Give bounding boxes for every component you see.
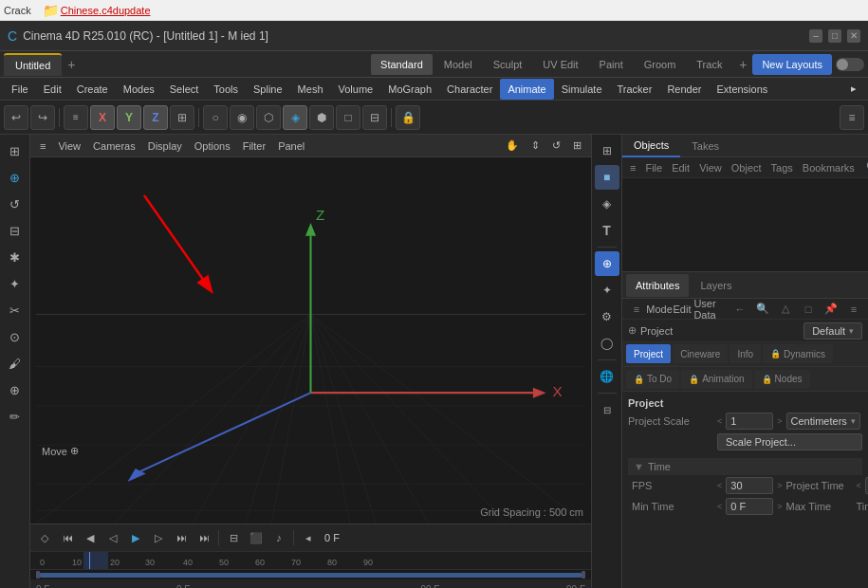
left-tool-11[interactable]: ✏ <box>3 404 28 429</box>
layout-tab-sculpt[interactable]: Sculpt <box>484 54 532 75</box>
left-tool-select[interactable]: ⊞ <box>3 138 28 163</box>
obj-bookmarks[interactable]: Bookmarks <box>799 158 859 177</box>
viewport-menu-cameras[interactable]: Cameras <box>87 136 141 156</box>
menu-edit[interactable]: Edit <box>36 79 69 100</box>
tl-record[interactable]: ⬛ <box>246 527 267 548</box>
fps-arrow-left[interactable]: < <box>717 481 722 490</box>
coord-z-button[interactable]: Z <box>143 105 168 130</box>
rt-btn-10[interactable]: ⊟ <box>595 397 619 422</box>
obj-edit[interactable]: Edit <box>668 158 693 177</box>
viewport-menu-panel[interactable]: Panel <box>272 136 310 156</box>
sub-tab-dynamics[interactable]: 🔒 Dynamics <box>763 344 833 363</box>
left-tool-move[interactable]: ⊕ <box>3 165 28 190</box>
left-tool-paint[interactable]: 🖌 <box>3 351 28 376</box>
tl-audio[interactable]: ♪ <box>268 527 289 548</box>
tab-untitled[interactable]: Untitled <box>4 53 62 76</box>
layout-tab-uvedit[interactable]: UV Edit <box>533 54 587 75</box>
menu-volume[interactable]: Volume <box>331 79 381 100</box>
tool-end[interactable]: ≡ <box>840 105 864 130</box>
menu-more[interactable]: ▸ <box>843 79 864 100</box>
layout-add-button[interactable]: + <box>733 55 752 74</box>
sub-tab-cineware[interactable]: Cineware <box>673 344 728 363</box>
objects-list[interactable] <box>622 178 868 271</box>
viewport-nav-rotate[interactable]: ↺ <box>546 136 566 156</box>
axis-icon[interactable]: ⊞ <box>170 105 194 130</box>
min-time-input[interactable]: 0 F <box>726 498 773 515</box>
redo-button[interactable]: ↪ <box>30 105 55 130</box>
attr-search-icon[interactable]: 🔍 <box>752 300 773 319</box>
close-button[interactable]: ✕ <box>847 29 860 43</box>
sub-tab-todo[interactable]: 🔒 To Do <box>626 370 679 389</box>
new-layouts-button[interactable]: New Layouts <box>752 54 832 75</box>
viewport-menu-filter[interactable]: Filter <box>237 136 271 156</box>
layouts-toggle[interactable] <box>836 58 864 71</box>
tl-left-arrow[interactable]: ◂ <box>298 527 319 548</box>
sub-tab-animation[interactable]: 🔒 Animation <box>681 370 751 389</box>
obj-hamburger[interactable]: ≡ <box>626 158 639 177</box>
attr-back-icon[interactable]: ← <box>729 300 750 319</box>
fps-arrow-right[interactable]: > <box>777 481 782 490</box>
tl-next-key[interactable]: ⏭ <box>171 527 192 548</box>
obj-tags[interactable]: Tags <box>767 158 797 177</box>
undo-button[interactable]: ↩ <box>4 105 28 130</box>
obj-search-icon[interactable]: 🔍 <box>862 158 868 177</box>
menu-create[interactable]: Create <box>69 79 116 100</box>
project-scale-unit[interactable]: Centimeters ▾ <box>786 413 860 430</box>
tab-add-button[interactable]: + <box>62 55 81 74</box>
left-tool-7[interactable]: ✂ <box>3 298 28 322</box>
tl-last-frame[interactable]: ⏭ <box>194 527 214 548</box>
left-tool-8[interactable]: ⊙ <box>3 324 28 349</box>
attr-mode[interactable]: Mode <box>649 300 670 319</box>
rt-btn-2[interactable]: ■ <box>595 165 619 190</box>
layout-tab-standard[interactable]: Standard <box>371 54 433 75</box>
menu-simulate[interactable]: Simulate <box>554 79 610 100</box>
menu-character[interactable]: Character <box>439 79 500 100</box>
tool-2[interactable]: ◉ <box>230 105 254 130</box>
minimize-button[interactable]: – <box>809 29 822 43</box>
menu-mesh[interactable]: Mesh <box>290 79 331 100</box>
rt-btn-9[interactable]: 🌐 <box>595 364 619 389</box>
viewport-menu-view[interactable]: View <box>52 136 86 156</box>
toolbar-menu-icon[interactable]: ≡ <box>64 105 88 130</box>
default-dropdown[interactable]: Default ▾ <box>803 322 862 340</box>
tl-range[interactable]: ⊟ <box>223 527 244 548</box>
attr-sort-icon[interactable]: △ <box>775 300 796 319</box>
timeline-range-bar[interactable] <box>30 570 591 579</box>
attr-pin-icon[interactable]: 📌 <box>821 300 841 319</box>
range-right-handle[interactable] <box>582 571 585 579</box>
layout-tab-model[interactable]: Model <box>434 54 482 75</box>
viewport-menu-options[interactable]: Options <box>189 136 236 156</box>
tool-4[interactable]: ◈ <box>283 105 307 130</box>
min-arrow-l[interactable]: < <box>717 502 722 511</box>
sub-tab-nodes[interactable]: 🔒 Nodes <box>754 370 810 389</box>
keyframe-button[interactable]: ◇ <box>34 527 55 548</box>
attr-hamburger[interactable]: ≡ <box>626 300 647 319</box>
menu-spline[interactable]: Spline <box>246 79 290 100</box>
tl-play[interactable]: ▶ <box>125 527 146 548</box>
sub-tab-project[interactable]: Project <box>626 344 671 363</box>
menu-modes[interactable]: Modes <box>116 79 162 100</box>
attr-edit[interactable]: Edit <box>672 300 693 319</box>
viewport-nav-hand[interactable]: ✋ <box>500 136 525 156</box>
menu-extensions[interactable]: Extensions <box>709 79 775 100</box>
attr-more-icon[interactable]: ≡ <box>843 300 864 319</box>
menu-mograph[interactable]: MoGraph <box>380 79 439 100</box>
tool-lock[interactable]: 🔒 <box>396 105 420 130</box>
attr-expand-icon[interactable]: □ <box>798 300 819 319</box>
min-arrow-r[interactable]: > <box>777 502 782 511</box>
tab-takes[interactable]: Takes <box>680 135 730 157</box>
menu-select[interactable]: Select <box>162 79 207 100</box>
coord-x-button[interactable]: X <box>90 105 115 130</box>
fps-input[interactable]: 30 <box>726 477 773 494</box>
left-tool-6[interactable]: ✦ <box>3 271 28 296</box>
tool-3[interactable]: ⬡ <box>256 105 281 130</box>
rt-btn-3[interactable]: ◈ <box>595 192 619 216</box>
proj-time-arrow-l[interactable]: < <box>857 481 861 490</box>
tab-attributes[interactable]: Attributes <box>626 274 689 297</box>
menu-tracker[interactable]: Tracker <box>610 79 660 100</box>
left-tool-10[interactable]: ⊕ <box>3 377 28 402</box>
timeline-ruler[interactable]: 0 10 20 30 40 50 60 70 80 90 <box>30 551 591 570</box>
left-tool-scale[interactable]: ⊟ <box>3 218 28 243</box>
left-tool-rotate[interactable]: ↺ <box>3 192 28 216</box>
obj-view[interactable]: View <box>695 158 726 177</box>
